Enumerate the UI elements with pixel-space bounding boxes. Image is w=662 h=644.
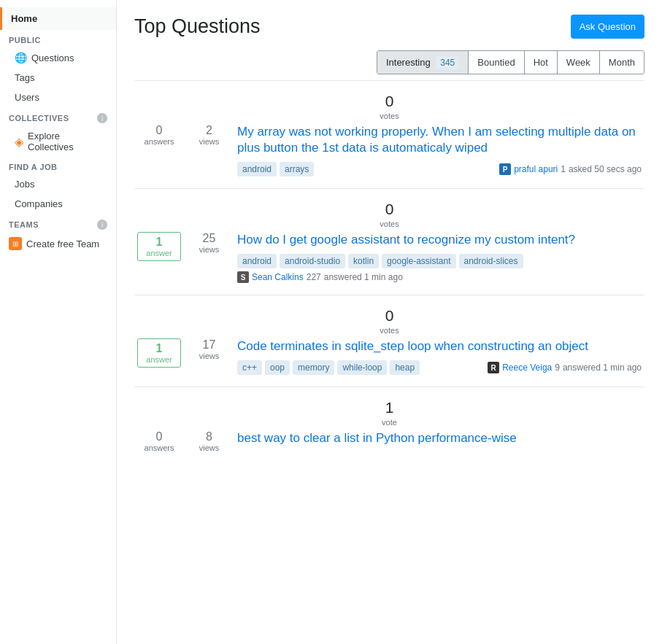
teams-row: TEAMS i: [0, 214, 116, 233]
answers-box: 1 answer: [137, 232, 181, 261]
collectives-row: COLLECTIVES i: [0, 107, 116, 126]
no-answer-label: answers: [137, 137, 181, 146]
tag[interactable]: heap: [390, 360, 420, 375]
asked-time: answered 1 min ago: [563, 362, 642, 373]
sidebar-home[interactable]: Home: [0, 7, 116, 30]
question-user: P praful apuri 1 asked 50 secs ago: [499, 163, 642, 175]
sidebar-item-questions[interactable]: 🌐 Questions: [0, 47, 116, 68]
user-name[interactable]: Sean Calkins: [252, 272, 304, 282]
public-section-label: PUBLIC: [0, 30, 116, 47]
question-user: S Sean Calkins 227 answered 1 min ago: [237, 271, 403, 283]
votes-count: 1: [385, 399, 394, 416]
main-content: Top Questions Ask Question Interesting 3…: [117, 0, 662, 644]
sidebar-item-users[interactable]: Users: [0, 88, 116, 107]
votes-count: 0: [385, 201, 394, 217]
answers-label: answer: [144, 355, 174, 364]
user-rep: 9: [555, 362, 560, 373]
page-title: Top Questions: [134, 15, 261, 38]
tab-hot[interactable]: Hot: [525, 51, 558, 74]
views-count: 8: [193, 430, 226, 443]
tags-row: androidarrays P praful apuri 1 asked 50 …: [237, 162, 642, 176]
views-label: views: [193, 137, 226, 146]
teams-section-label: TEAMS: [9, 220, 39, 229]
user-name[interactable]: praful apuri: [514, 164, 558, 174]
views-count: 17: [193, 338, 226, 352]
collectives-info-icon[interactable]: i: [97, 113, 107, 123]
question-card: 0 votes 0 answers 2 views My array was n…: [134, 80, 644, 188]
asked-time: asked 50 secs ago: [569, 164, 642, 174]
tab-week[interactable]: Week: [558, 51, 600, 74]
no-answer-label: answers: [137, 443, 181, 452]
find-job-section-label: FIND A JOB: [0, 157, 116, 174]
tags-row: androidandroid-studiokotlingoogle-assist…: [237, 254, 642, 283]
votes-label: votes: [380, 112, 399, 120]
answers-count: 1: [144, 342, 174, 355]
interesting-badge: 345: [436, 56, 459, 69]
sidebar-item-jobs[interactable]: Jobs: [0, 174, 116, 194]
sidebar-item-companies[interactable]: Companies: [0, 194, 116, 214]
sidebar: Home PUBLIC 🌐 Questions Tags Users COLLE…: [0, 0, 117, 644]
collectives-icon: ◈: [15, 135, 23, 149]
votes-label: votes: [380, 326, 399, 335]
tag[interactable]: android-studio: [280, 254, 345, 268]
sidebar-create-team[interactable]: ⊞ Create free Team: [0, 233, 116, 255]
questions-list: 0 votes 0 answers 2 views My array was n…: [134, 80, 644, 464]
user-avatar: S: [237, 271, 249, 283]
answers-count: 1: [144, 236, 174, 249]
tab-bountied[interactable]: Bountied: [469, 51, 524, 74]
tag[interactable]: arrays: [280, 162, 314, 176]
tag[interactable]: android-slices: [459, 254, 523, 268]
user-rep: 227: [307, 272, 321, 282]
team-icon: ⊞: [9, 237, 22, 250]
question-title[interactable]: My array was not working properly. When …: [237, 124, 642, 156]
tags-group: androidarrays: [237, 162, 314, 176]
user-avatar: R: [488, 362, 499, 373]
globe-icon: 🌐: [15, 52, 27, 63]
no-answer-box: 0 answers: [137, 430, 181, 452]
views-count: 2: [193, 124, 226, 137]
question-title[interactable]: How do I get google assistant to recogni…: [237, 232, 642, 248]
tag[interactable]: android: [237, 162, 277, 176]
votes-count: 0: [385, 307, 394, 324]
sidebar-item-tags[interactable]: Tags: [0, 68, 116, 88]
question-title[interactable]: best way to clear a list in Python perfo…: [237, 430, 642, 446]
views-label: views: [193, 245, 226, 254]
tags-group: androidandroid-studiokotlingoogle-assist…: [237, 254, 523, 268]
views-label: views: [193, 443, 226, 452]
user-avatar: P: [499, 163, 511, 175]
sidebar-item-explore-collectives[interactable]: ◈ Explore Collectives: [0, 126, 116, 157]
answers-label: answer: [144, 249, 174, 257]
question-card: 0 votes 1 answer 25 views How do I get g…: [134, 188, 644, 295]
tag[interactable]: kotlin: [348, 254, 379, 268]
no-answer-count: 0: [137, 430, 181, 443]
collectives-section-label: COLLECTIVES: [9, 114, 69, 123]
question-card: 0 votes 1 answer 17 views Code terminate…: [134, 295, 644, 387]
answers-box: 1 answer: [137, 338, 181, 368]
question-card: 1 vote 0 answers 8 views best way to cle…: [134, 387, 644, 464]
user-name[interactable]: Reece Veiga: [502, 362, 552, 373]
tag[interactable]: memory: [293, 360, 334, 375]
question-user: R Reece Veiga 9 answered 1 min ago: [488, 362, 642, 373]
votes-label: votes: [380, 220, 399, 228]
user-rep: 1: [561, 164, 566, 174]
tag[interactable]: google-assistant: [382, 254, 455, 268]
no-answer-box: 0 answers: [137, 124, 181, 146]
tags-group: c++oopmemorywhile-loopheap: [237, 360, 420, 375]
tag[interactable]: oop: [265, 360, 290, 375]
question-title[interactable]: Code terminates in sqlite_step loop when…: [237, 338, 642, 354]
views-count: 25: [193, 232, 226, 245]
tag[interactable]: android: [237, 254, 277, 268]
tag[interactable]: while-loop: [337, 360, 387, 375]
tab-month[interactable]: Month: [600, 51, 644, 74]
tab-interesting[interactable]: Interesting 345: [377, 51, 469, 74]
asked-time: answered 1 min ago: [324, 272, 403, 282]
teams-info-icon[interactable]: i: [97, 220, 107, 230]
ask-question-button[interactable]: Ask Question: [571, 15, 644, 39]
tags-row: c++oopmemorywhile-loopheap R Reece Veiga…: [237, 360, 642, 375]
votes-count: 0: [385, 93, 394, 109]
tag[interactable]: c++: [237, 360, 262, 375]
filter-tabs: Interesting 345 Bountied Hot Week Month: [377, 50, 644, 74]
page-header: Top Questions Ask Question: [134, 15, 644, 39]
views-label: views: [193, 352, 226, 360]
votes-label: vote: [382, 418, 397, 427]
